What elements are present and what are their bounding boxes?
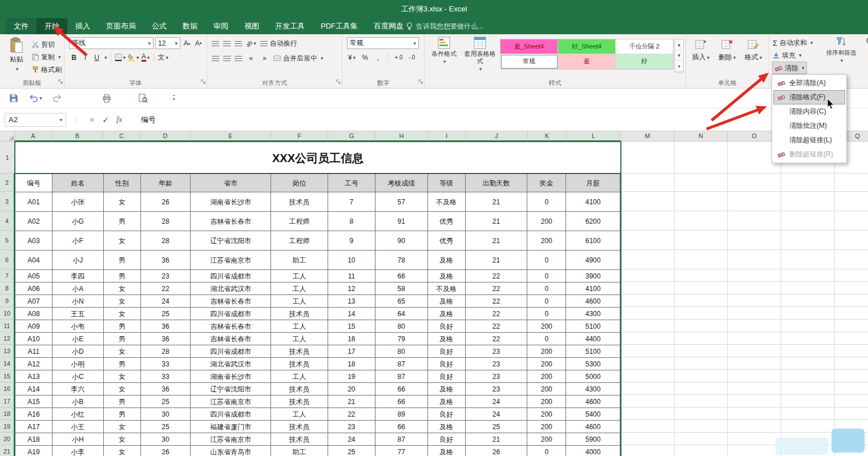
table-cell[interactable]: 25 bbox=[141, 396, 191, 408]
format-painter-button[interactable]: 格式刷 bbox=[32, 64, 62, 75]
ribbon-tab[interactable]: 百度网盘 bbox=[366, 18, 411, 34]
paste-button[interactable]: 粘贴 ▾ bbox=[3, 37, 30, 72]
table-cell[interactable]: 湖南省长沙市 bbox=[191, 192, 271, 212]
table-cell[interactable]: 男 bbox=[104, 396, 141, 408]
empty-cell[interactable] bbox=[621, 307, 675, 320]
table-cell[interactable]: 工人 bbox=[271, 283, 328, 295]
table-cell[interactable]: 女 bbox=[104, 446, 141, 456]
table-cell[interactable]: 24 bbox=[141, 295, 191, 308]
table-cell[interactable]: 9 bbox=[328, 231, 376, 251]
format-as-table-button[interactable]: 套用表格格式▾ bbox=[462, 37, 498, 72]
empty-cell[interactable] bbox=[728, 294, 781, 307]
ribbon-tab[interactable]: 公式 bbox=[144, 18, 175, 34]
column-header-D[interactable]: D bbox=[140, 131, 191, 142]
table-cell[interactable]: 21 bbox=[466, 231, 528, 251]
empty-cell[interactable] bbox=[621, 345, 675, 357]
table-cell[interactable]: 26 bbox=[466, 446, 528, 456]
decrease-indent-button[interactable]: « bbox=[246, 53, 256, 64]
phonetic-guide-button[interactable]: 文▾ bbox=[158, 52, 169, 63]
ribbon-tab[interactable]: 开始 bbox=[37, 18, 67, 34]
table-cell[interactable]: 不及格 bbox=[428, 192, 466, 212]
empty-cell[interactable] bbox=[835, 192, 868, 211]
table-cell[interactable]: 男 bbox=[104, 320, 141, 333]
row-header-18[interactable]: 18 bbox=[0, 407, 15, 420]
empty-cell[interactable] bbox=[621, 382, 675, 395]
table-cell[interactable]: 26 bbox=[141, 192, 191, 212]
table-cell[interactable]: 4300 bbox=[566, 308, 620, 320]
table-cell[interactable]: 男 bbox=[104, 408, 141, 421]
table-cell[interactable]: 良好 bbox=[428, 370, 466, 383]
table-cell[interactable]: 及格 bbox=[428, 421, 466, 433]
table-cell[interactable]: 0 bbox=[527, 446, 566, 456]
table-cell[interactable]: 23 bbox=[466, 358, 528, 370]
empty-cell[interactable] bbox=[781, 420, 835, 433]
table-cell[interactable]: 15 bbox=[328, 320, 376, 333]
enter-button[interactable]: ✓ bbox=[99, 113, 112, 127]
empty-cell[interactable] bbox=[675, 370, 728, 382]
cell-style-chip[interactable]: 好_Sheet4 bbox=[558, 39, 616, 54]
table-cell[interactable]: A07 bbox=[15, 295, 53, 308]
empty-cell[interactable] bbox=[728, 307, 781, 320]
table-cell[interactable]: 及格 bbox=[428, 251, 466, 270]
table-cell[interactable]: 30 bbox=[141, 433, 191, 446]
table-cell[interactable]: 技术员 bbox=[271, 358, 328, 370]
table-cell[interactable]: 26 bbox=[141, 446, 191, 456]
empty-cell[interactable] bbox=[621, 294, 675, 307]
column-header-L[interactable]: L bbox=[567, 131, 621, 142]
empty-cell[interactable] bbox=[728, 357, 781, 370]
empty-cell[interactable] bbox=[675, 211, 728, 231]
table-cell[interactable]: 4400 bbox=[566, 333, 620, 345]
empty-cell[interactable] bbox=[728, 211, 781, 231]
empty-cell[interactable] bbox=[621, 282, 675, 294]
table-cell[interactable]: 12 bbox=[328, 283, 376, 295]
print-preview-button[interactable] bbox=[139, 94, 148, 103]
table-cell[interactable]: 0 bbox=[527, 308, 566, 320]
empty-cell[interactable] bbox=[621, 395, 675, 407]
empty-cell[interactable] bbox=[728, 282, 781, 294]
table-header-cell[interactable]: 考核成绩 bbox=[376, 174, 428, 192]
row-header-5[interactable]: 5 bbox=[0, 231, 15, 250]
empty-cell[interactable] bbox=[781, 370, 835, 382]
empty-cell[interactable] bbox=[781, 332, 835, 345]
empty-cell[interactable] bbox=[728, 445, 781, 456]
table-cell[interactable]: 男 bbox=[104, 270, 141, 283]
table-cell[interactable]: 57 bbox=[376, 192, 428, 212]
empty-cell[interactable] bbox=[835, 320, 868, 332]
table-cell[interactable]: 200 bbox=[527, 231, 566, 251]
table-cell[interactable]: 小王 bbox=[53, 421, 104, 433]
table-cell[interactable]: 小C bbox=[53, 370, 104, 383]
cell-style-chip[interactable]: 常规 bbox=[500, 54, 558, 69]
table-cell[interactable]: 21 bbox=[328, 396, 376, 408]
table-cell[interactable]: 23 bbox=[466, 345, 528, 358]
clear-menu-item[interactable]: 清除超链接(L) bbox=[773, 133, 845, 147]
empty-cell[interactable] bbox=[781, 211, 835, 231]
empty-cell[interactable] bbox=[835, 307, 868, 320]
table-cell[interactable]: 0 bbox=[527, 283, 566, 295]
table-cell[interactable]: 小G bbox=[53, 212, 104, 231]
column-header-H[interactable]: H bbox=[376, 131, 428, 142]
column-header-F[interactable]: F bbox=[271, 131, 328, 142]
table-cell[interactable]: 36 bbox=[141, 251, 191, 270]
underline-dropdown-arrow[interactable]: ▾ bbox=[104, 55, 107, 60]
table-cell[interactable]: 福建省厦门市 bbox=[191, 421, 271, 433]
font-color-button[interactable]: A▾ bbox=[141, 52, 151, 63]
table-cell[interactable]: A17 bbox=[15, 421, 53, 433]
table-cell[interactable]: 0 bbox=[527, 333, 566, 345]
table-cell[interactable]: 工人 bbox=[271, 408, 328, 421]
table-cell[interactable]: 200 bbox=[527, 358, 566, 370]
table-cell[interactable]: 4600 bbox=[566, 295, 620, 308]
table-cell[interactable]: 男 bbox=[104, 251, 141, 270]
empty-cell[interactable] bbox=[728, 407, 781, 420]
empty-cell[interactable] bbox=[835, 282, 868, 294]
ribbon-tab[interactable]: 插入 bbox=[67, 18, 98, 34]
table-cell[interactable]: 28 bbox=[141, 212, 191, 231]
table-cell[interactable]: 22 bbox=[466, 295, 528, 308]
table-cell[interactable]: 33 bbox=[141, 370, 191, 383]
fill-button[interactable]: 填充▾ bbox=[773, 50, 802, 61]
table-cell[interactable]: 30 bbox=[141, 408, 191, 421]
empty-cell[interactable] bbox=[621, 420, 675, 433]
empty-cell[interactable] bbox=[621, 269, 675, 282]
table-cell[interactable]: 李四 bbox=[53, 270, 104, 283]
table-cell[interactable]: 工人 bbox=[271, 370, 328, 383]
select-all-button[interactable] bbox=[0, 131, 15, 142]
